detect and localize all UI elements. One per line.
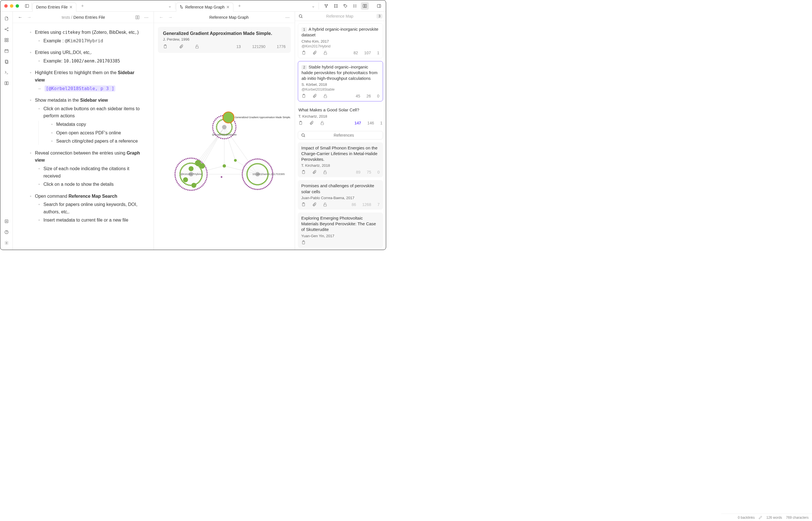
svg-point-463 (256, 184, 258, 185)
svg-point-406 (258, 189, 260, 190)
close-icon[interactable]: ✕ (69, 5, 73, 9)
svg-point-24 (7, 30, 8, 31)
minimize-window[interactable] (10, 4, 13, 8)
tab-demo-entries[interactable]: Demo Entries File ✕ (32, 3, 76, 12)
reference-card[interactable]: Exploring Emerging Photovoltaic Material… (298, 212, 383, 248)
reference-card[interactable]: Promises and challenges of perovskite so… (298, 180, 383, 210)
svg-point-150 (216, 129, 218, 130)
open-access-icon[interactable] (323, 50, 328, 55)
search-input[interactable] (305, 14, 374, 19)
svg-point-271 (189, 158, 190, 159)
vault-icon[interactable] (3, 217, 10, 225)
attachment-icon[interactable] (312, 50, 317, 55)
reference-card[interactable]: 2Stable hybrid organic–inorganic halide … (298, 61, 383, 102)
reference-card[interactable]: Impact of Small Phonon Energies on the C… (298, 142, 383, 178)
canvas-icon[interactable] (3, 36, 10, 44)
nav-back-icon[interactable]: ← (17, 14, 24, 21)
svg-text:@Kim2017Hybrid: @Kim2017Hybrid (180, 173, 202, 176)
tab-dropdown-icon[interactable]: ⌄ (165, 3, 175, 8)
clipboard-icon[interactable] (301, 202, 306, 207)
svg-point-472 (247, 176, 248, 178)
svg-point-234 (202, 184, 204, 186)
close-icon[interactable]: ✕ (226, 5, 230, 9)
open-access-icon[interactable] (323, 202, 327, 207)
references-search-input[interactable] (308, 133, 380, 137)
svg-point-6 (326, 6, 327, 7)
editor-pane: ← → tests / Demo Entries File ⋯ Entries … (13, 12, 154, 250)
attachment-icon[interactable] (179, 44, 184, 49)
open-access-icon[interactable] (320, 121, 325, 125)
svg-point-259 (175, 170, 176, 172)
more-icon[interactable]: ⋯ (143, 14, 150, 21)
reference-list[interactable]: 1A hybrid organic-inorganic perovskite d… (295, 21, 386, 250)
highlighted-citation[interactable]: [@Korbel2018Stable, p 3 ] (45, 86, 115, 91)
svg-point-447 (270, 166, 271, 167)
svg-point-503 (183, 177, 188, 182)
editor-content[interactable]: Entries using citekey from (Zotero, BibD… (13, 23, 153, 250)
clipboard-icon[interactable] (302, 50, 306, 55)
svg-point-487 (260, 163, 261, 165)
reading-mode-icon[interactable] (134, 14, 141, 21)
svg-point-257 (174, 174, 176, 175)
more-icon[interactable]: ⋯ (284, 14, 291, 21)
attachment-icon[interactable] (312, 170, 316, 175)
sidebar-toggle-icon[interactable] (23, 2, 31, 10)
tag-icon[interactable] (341, 2, 350, 10)
add-tab-icon[interactable]: ＋ (235, 3, 244, 8)
close-window[interactable] (4, 4, 8, 8)
svg-point-485 (257, 163, 258, 164)
svg-point-505 (223, 112, 234, 123)
clipboard-icon[interactable] (301, 240, 306, 245)
templates-icon[interactable] (3, 58, 10, 66)
clipboard-icon[interactable] (163, 44, 168, 49)
svg-point-4 (325, 4, 326, 5)
nav-forward-icon[interactable]: → (26, 14, 33, 21)
graph-header: ← → Reference Map Graph ⋯ (154, 12, 295, 23)
svg-point-405 (260, 188, 262, 190)
tab-reference-map-graph[interactable]: Reference Map Graph ✕ (176, 3, 234, 12)
command-icon[interactable] (3, 68, 10, 76)
svg-point-418 (243, 180, 244, 181)
attachment-icon[interactable] (309, 121, 314, 125)
breadcrumb[interactable]: tests / Demo Entries File (35, 15, 132, 20)
window-controls (0, 4, 23, 8)
svg-point-260 (175, 168, 176, 170)
svg-line-372 (251, 174, 258, 188)
reference-card[interactable]: 1A hybrid organic-inorganic perovskite d… (298, 23, 383, 58)
svg-point-23 (7, 27, 8, 28)
svg-point-476 (247, 170, 248, 172)
tab-dropdown-icon[interactable]: ⌄ (309, 3, 318, 8)
link-icon[interactable] (332, 2, 340, 10)
daily-note-icon[interactable] (3, 47, 10, 55)
svg-point-256 (174, 175, 176, 177)
attachment-icon[interactable] (312, 202, 316, 207)
help-icon[interactable] (3, 228, 10, 236)
clipboard-icon[interactable] (298, 121, 303, 125)
graph-icon[interactable] (322, 2, 330, 10)
reference-map-icon[interactable] (361, 2, 369, 10)
open-access-icon[interactable] (323, 170, 327, 175)
outline-icon[interactable] (351, 2, 359, 10)
attachment-icon[interactable] (312, 94, 317, 98)
add-tab-icon[interactable]: ＋ (77, 3, 88, 8)
right-sidebar-toggle-icon[interactable] (375, 2, 383, 10)
svg-point-255 (175, 177, 176, 178)
settings-icon[interactable] (3, 239, 10, 247)
graph-view-icon[interactable] (3, 25, 10, 33)
files-icon[interactable] (3, 15, 10, 22)
open-access-icon[interactable] (323, 94, 328, 98)
maximize-window[interactable] (16, 4, 19, 8)
nav-forward-icon[interactable]: → (167, 14, 174, 21)
graph-canvas[interactable]: Generalized Gradient Approximation Made … (158, 53, 291, 246)
reference-card[interactable]: What Makes a Good Solar Cell? T. Kirchar… (298, 104, 383, 128)
clipboard-icon[interactable] (301, 170, 306, 175)
nav-back-icon[interactable]: ← (158, 14, 165, 21)
reference-map-ribbon-icon[interactable] (3, 79, 10, 87)
svg-rect-29 (5, 49, 8, 52)
svg-point-279 (201, 162, 202, 163)
open-access-icon[interactable] (195, 44, 199, 49)
svg-point-412 (249, 187, 251, 188)
clipboard-icon[interactable] (302, 94, 306, 98)
svg-point-498 (234, 159, 237, 162)
svg-point-329 (201, 170, 202, 171)
